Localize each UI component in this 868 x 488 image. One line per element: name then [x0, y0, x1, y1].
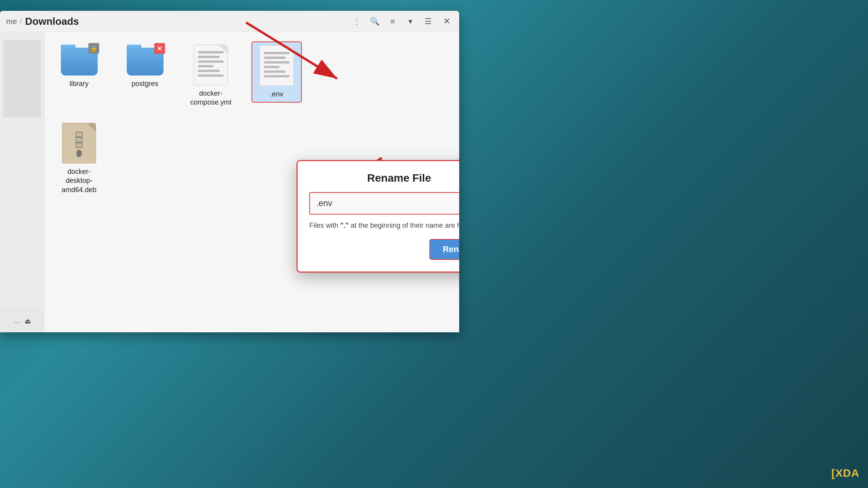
x-overlay-icon: ✕ — [154, 43, 165, 54]
document-icon — [194, 45, 228, 85]
dialog-title: Rename File — [309, 172, 459, 184]
list-view-button[interactable]: ≡ — [387, 16, 398, 27]
zip-icon — [62, 123, 96, 163]
doc-line — [198, 74, 224, 77]
eject-icon[interactable]: ⏏ — [24, 317, 31, 325]
document-icon — [260, 45, 294, 86]
dialog-actions: Rename — [309, 239, 459, 260]
more-options-button[interactable]: ⋮ — [351, 16, 362, 27]
file-label: library — [69, 79, 88, 88]
list-item[interactable]: docker-desktop-amd64.deb — [54, 120, 104, 198]
file-label: docker-compose.yml — [190, 89, 231, 107]
doc-line — [264, 57, 286, 59]
dropdown-button[interactable]: ▾ — [405, 16, 416, 27]
rename-button[interactable]: Rename — [429, 239, 459, 260]
doc-line — [198, 65, 214, 67]
breadcrumb-separator: / — [20, 17, 22, 26]
doc-line — [264, 75, 289, 77]
doc-line — [198, 56, 220, 58]
list-item[interactable]: 🔒 library — [54, 41, 104, 91]
list-item[interactable]: ✕ postgres — [120, 41, 170, 91]
xda-bracket-left: [ — [832, 467, 835, 479]
menu-button[interactable]: ☰ — [423, 16, 434, 27]
zip-zipper-icon — [76, 149, 82, 157]
zip-seg — [76, 137, 83, 143]
title-bar-actions: ⋮ 🔍 ≡ ▾ ☰ ✕ — [351, 15, 453, 27]
breadcrumb: me / Downloads — [6, 15, 347, 27]
doc-line — [264, 61, 289, 64]
doc-line — [198, 70, 220, 72]
sidebar: ... ⏏ — [0, 32, 45, 332]
close-button[interactable]: ✕ — [441, 15, 453, 27]
zip-seg — [76, 143, 83, 148]
doc-line — [198, 51, 224, 53]
folder-icon: 🔒 — [61, 45, 98, 76]
folder-icon: ✕ — [127, 45, 164, 76]
xda-logo: [XDA — [832, 467, 859, 479]
breadcrumb-home: me — [6, 17, 17, 26]
breadcrumb-current: Downloads — [25, 15, 79, 27]
file-row-1: 🔒 library ✕ postgres — [54, 41, 450, 110]
rename-dialog: Rename File Files with "." at the beginn… — [296, 160, 459, 273]
zip-seg — [76, 132, 83, 137]
title-bar: me / Downloads ⋮ 🔍 ≡ ▾ ☰ ✕ — [0, 11, 459, 32]
rename-input[interactable] — [309, 192, 459, 215]
doc-line — [264, 70, 286, 73]
sidebar-dots: ... — [14, 317, 19, 325]
file-manager-window: me / Downloads ⋮ 🔍 ≡ ▾ ☰ ✕ ... ⏏ — [0, 11, 459, 332]
sidebar-bottom: ... ⏏ — [0, 309, 45, 332]
zip-stripe — [76, 132, 83, 148]
sidebar-placeholder — [3, 40, 41, 117]
file-label: .env — [270, 90, 283, 99]
list-item[interactable]: .env — [251, 41, 302, 103]
doc-line — [264, 52, 289, 54]
list-item[interactable]: docker-compose.yml — [186, 41, 236, 110]
doc-line — [264, 66, 279, 68]
doc-line — [198, 60, 224, 63]
search-button[interactable]: 🔍 — [369, 16, 380, 27]
file-label: docker-desktop-amd64.deb — [57, 167, 101, 194]
file-label: postgres — [131, 79, 158, 88]
lock-icon: 🔒 — [88, 43, 99, 54]
dialog-hint: Files with "." at the beginning of their… — [309, 221, 459, 230]
